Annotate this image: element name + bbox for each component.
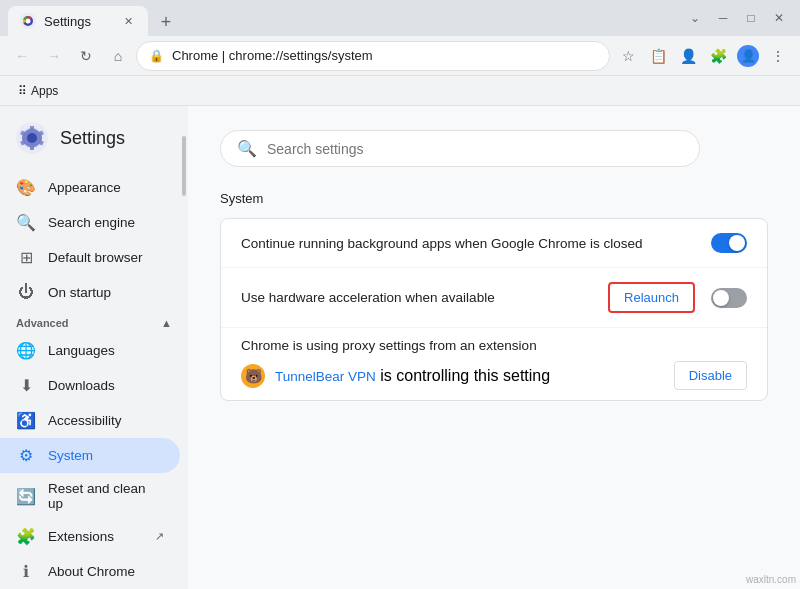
sidebar-item-search-engine[interactable]: 🔍 Search engine [0,205,180,240]
new-tab-button[interactable]: + [152,8,180,36]
background-apps-toggle[interactable] [711,233,747,253]
close-button[interactable]: ✕ [766,5,792,31]
sidebar-item-label: On startup [48,285,111,300]
background-apps-row: Continue running background apps when Go… [221,219,767,268]
settings-header[interactable]: Settings [0,114,188,170]
sidebar-item-label: Default browser [48,250,143,265]
disable-button[interactable]: Disable [674,361,747,390]
nav-actions: ☆ 📋 👤 🧩 👤 ⋮ [614,42,792,70]
sidebar-item-extensions[interactable]: 🧩 Extensions ↗ [0,519,180,554]
appearance-icon: 🎨 [16,178,36,197]
extensions-sidebar-icon: 🧩 [16,527,36,546]
sidebar-item-label: Accessibility [48,413,122,428]
relaunch-button[interactable]: Relaunch [608,282,695,313]
window-controls: ⌄ ─ □ ✕ [682,5,792,31]
settings-card: Continue running background apps when Go… [220,218,768,401]
proxy-info: 🐻 TunnelBear VPN is controlling this set… [241,364,550,388]
hardware-acceleration-toggle[interactable] [711,288,747,308]
accessibility-icon: ♿ [16,411,36,430]
bookmark-star-icon[interactable]: ☆ [614,42,642,70]
sidebar-item-label: Languages [48,343,115,358]
hardware-acceleration-row: Use hardware acceleration when available… [221,268,767,328]
reset-icon: 🔄 [16,487,36,506]
sidebar-item-label: System [48,448,93,463]
address-bar[interactable]: 🔒 Chrome | chrome://settings/system [136,41,610,71]
settings-logo-icon [16,122,48,154]
tunnelbear-icon: 🐻 [241,364,265,388]
tab-title: Settings [44,14,112,29]
downloads-icon: ⬇ [16,376,36,395]
proxy-title-text: Chrome is using proxy settings from an e… [241,338,747,353]
sidebar: Settings 🎨 Appearance 🔍 Search engine ⊞ … [0,106,188,589]
apps-grid-icon: ⠿ [18,84,27,98]
account-icon[interactable]: 👤 [674,42,702,70]
svg-point-6 [27,133,37,143]
tab-bar: Settings ✕ + [8,0,678,36]
default-browser-icon: ⊞ [16,248,36,267]
hardware-acceleration-controls: Relaunch [608,282,747,313]
search-icon: 🔍 [237,139,257,158]
proxy-content: 🐻 TunnelBear VPN is controlling this set… [241,361,747,390]
search-input[interactable] [267,141,683,157]
tab-close-button[interactable]: ✕ [120,13,136,29]
sidebar-item-label: About Chrome [48,564,135,579]
back-button[interactable]: ← [8,42,36,70]
tunnelbear-link[interactable]: TunnelBear VPN [275,369,376,384]
toggle-slider-off [711,288,747,308]
bookmarks-bar: ⠿ Apps [0,76,800,106]
sidebar-item-label: Downloads [48,378,115,393]
proxy-settings-row: Chrome is using proxy settings from an e… [221,328,767,400]
sidebar-item-label: Appearance [48,180,121,195]
chevron-window-button[interactable]: ⌄ [682,5,708,31]
sidebar-item-label: Search engine [48,215,135,230]
sidebar-item-downloads[interactable]: ⬇ Downloads [0,368,180,403]
external-link-icon: ↗ [155,530,164,543]
toggle-slider [711,233,747,253]
svg-point-3 [26,19,30,23]
section-title: System [220,191,768,206]
sidebar-item-languages[interactable]: 🌐 Languages [0,333,180,368]
settings-tab[interactable]: Settings ✕ [8,6,148,36]
apps-bookmark[interactable]: ⠿ Apps [12,82,64,100]
sidebar-item-default-browser[interactable]: ⊞ Default browser [0,240,180,275]
forward-button[interactable]: → [40,42,68,70]
tab-favicon-icon [20,13,36,29]
languages-icon: 🌐 [16,341,36,360]
content-area: 🔍 System Continue running background app… [188,106,800,589]
advanced-section-title[interactable]: Advanced ▲ [0,309,188,333]
title-bar: Settings ✕ + ⌄ ─ □ ✕ [0,0,800,36]
sidebar-content: Settings 🎨 Appearance 🔍 Search engine ⊞ … [0,106,188,589]
background-apps-text: Continue running background apps when Go… [241,236,643,251]
address-lock-icon: 🔒 [149,49,164,63]
sidebar-item-label: Extensions [48,529,114,544]
apps-label: Apps [31,84,58,98]
sidebar-scrollbar[interactable] [182,136,186,196]
sidebar-item-system[interactable]: ⚙ System [0,438,180,473]
sidebar-item-on-startup[interactable]: ⏻ On startup [0,275,180,309]
system-icon: ⚙ [16,446,36,465]
advanced-collapse-icon: ▲ [161,317,172,329]
settings-title: Settings [60,128,125,149]
sidebar-item-accessibility[interactable]: ♿ Accessibility [0,403,180,438]
about-icon: ℹ [16,562,36,581]
user-profile-icon[interactable]: 👤 [734,42,762,70]
minimize-button[interactable]: ─ [710,5,736,31]
reading-list-icon[interactable]: 📋 [644,42,672,70]
sidebar-item-label: Reset and clean up [48,481,164,511]
extensions-icon[interactable]: 🧩 [704,42,732,70]
menu-button[interactable]: ⋮ [764,42,792,70]
hardware-acceleration-text: Use hardware acceleration when available [241,290,495,305]
nav-bar: ← → ↻ ⌂ 🔒 Chrome | chrome://settings/sys… [0,36,800,76]
main-layout: Settings 🎨 Appearance 🔍 Search engine ⊞ … [0,106,800,589]
home-button[interactable]: ⌂ [104,42,132,70]
sidebar-item-appearance[interactable]: 🎨 Appearance [0,170,180,205]
refresh-button[interactable]: ↻ [72,42,100,70]
on-startup-icon: ⏻ [16,283,36,301]
watermark: waxltn.com [746,574,796,585]
sidebar-item-about-chrome[interactable]: ℹ About Chrome [0,554,180,589]
sidebar-item-reset-clean-up[interactable]: 🔄 Reset and clean up [0,473,180,519]
maximize-button[interactable]: □ [738,5,764,31]
search-bar[interactable]: 🔍 [220,130,700,167]
search-engine-icon: 🔍 [16,213,36,232]
proxy-description: TunnelBear VPN is controlling this setti… [275,367,550,385]
